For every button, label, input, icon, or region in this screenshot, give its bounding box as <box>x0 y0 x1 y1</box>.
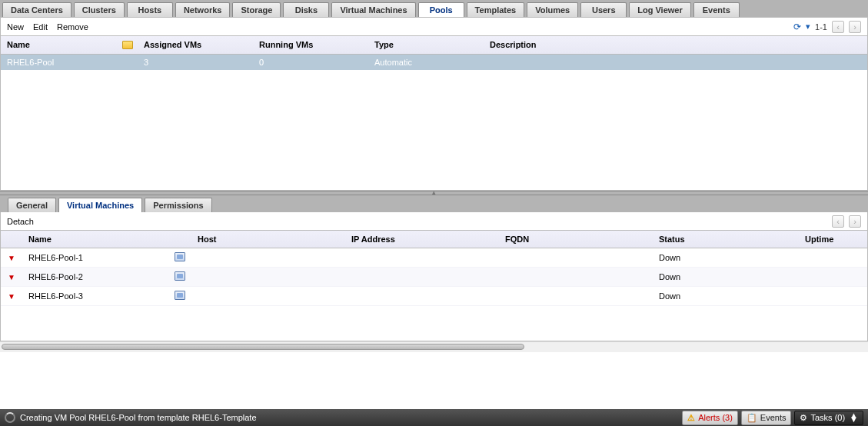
pool-row-icon <box>116 55 138 70</box>
events-button[interactable]: 📋Events <box>741 411 792 425</box>
vm-host <box>191 254 345 261</box>
pool-type: Automatic <box>368 55 484 70</box>
tab-networks[interactable]: Networks <box>175 2 231 17</box>
tab-templates[interactable]: Templates <box>467 2 525 17</box>
vm-col-name[interactable]: Name <box>22 231 168 248</box>
pager-label: 1-1 <box>815 22 827 32</box>
edit-button[interactable]: Edit <box>33 22 48 32</box>
vm-name: RHEL6-Pool-2 <box>22 268 168 285</box>
main-toolbar: New Edit Remove ⟳ ▾ 1-1 ‹ › <box>0 17 868 35</box>
tab-clusters[interactable]: Clusters <box>74 2 125 17</box>
tasks-button[interactable]: ⚙Tasks (0)▲▼ <box>794 411 863 425</box>
tab-hosts[interactable]: Hosts <box>127 2 173 17</box>
alert-icon: ⚠ <box>687 413 695 423</box>
pool-assigned: 3 <box>138 55 253 70</box>
vm-fqdn <box>499 254 653 261</box>
vm-row[interactable]: ▼ RHEL6-Pool-3 Down <box>1 287 867 306</box>
vm-status: Down <box>653 288 799 305</box>
new-button[interactable]: New <box>7 22 24 32</box>
vm-col-fqdn[interactable]: FQDN <box>499 231 653 248</box>
refresh-dropdown-icon[interactable]: ▾ <box>806 22 810 32</box>
tab-log-viewer[interactable]: Log Viewer <box>629 2 690 17</box>
col-type[interactable]: Type <box>368 36 484 54</box>
folder-icon <box>122 41 133 49</box>
vm-host <box>191 273 345 281</box>
horizontal-scrollbar[interactable] <box>0 341 868 352</box>
pool-running: 0 <box>253 55 368 70</box>
alerts-button[interactable]: ⚠Alerts (3) <box>682 411 738 425</box>
alerts-label: Alerts (3) <box>698 413 733 422</box>
subtab-permissions[interactable]: Permissions <box>145 198 211 212</box>
vm-name: RHEL6-Pool-1 <box>22 249 168 266</box>
triangle-down-icon: ▼ <box>8 273 15 281</box>
events-label: Events <box>760 413 787 422</box>
tab-events[interactable]: Events <box>693 2 740 17</box>
vm-icon <box>175 271 185 281</box>
pool-name: RHEL6-Pool <box>1 55 116 70</box>
tab-pools[interactable]: Pools <box>418 2 464 17</box>
pool-row[interactable]: RHEL6-Pool 3 0 Automatic <box>1 55 867 70</box>
subtab-virtual-machines[interactable]: Virtual Machines <box>58 198 142 212</box>
col-desc[interactable]: Description <box>484 36 867 54</box>
scrollbar-thumb[interactable] <box>2 344 524 350</box>
pager-prev-button[interactable]: ‹ <box>832 21 844 33</box>
vm-row[interactable]: ▼ RHEL6-Pool-2 Down <box>1 268 867 287</box>
vm-name: RHEL6-Pool-3 <box>22 288 168 305</box>
vm-grid-body: ▼ RHEL6-Pool-1 Down ▼ RHEL6-Pool-2 Down … <box>1 248 867 341</box>
vm-fqdn <box>499 292 653 300</box>
vm-col-uptime[interactable]: Uptime <box>799 231 867 248</box>
tab-volumes[interactable]: Volumes <box>527 2 578 17</box>
pool-desc <box>484 55 867 70</box>
vm-col-type-icon <box>168 231 191 248</box>
sort-icon: ▲▼ <box>850 414 858 421</box>
col-assigned[interactable]: Assigned VMs <box>138 36 253 54</box>
subtab-general[interactable]: General <box>8 198 56 212</box>
vm-icon <box>175 291 185 300</box>
tab-disks[interactable]: Disks <box>283 2 329 17</box>
vm-row[interactable]: ▼ RHEL6-Pool-1 Down <box>1 248 867 268</box>
detail-pager-prev-button[interactable]: ‹ <box>832 215 844 228</box>
events-icon: 📋 <box>747 413 757 423</box>
main-tab-bar: Data Centers Clusters Hosts Networks Sto… <box>0 0 868 17</box>
detail-pager-next-button[interactable]: › <box>849 215 861 228</box>
status-message: Creating VM Pool RHEL6-Pool from templat… <box>20 413 257 422</box>
vm-grid: Name Host IP Address FQDN Status Uptime … <box>0 231 868 341</box>
detach-button[interactable]: Detach <box>7 217 34 226</box>
detail-toolbar: Detach ‹ › <box>0 212 868 231</box>
tasks-icon: ⚙ <box>800 413 807 423</box>
triangle-down-icon: ▼ <box>8 254 15 262</box>
sub-tab-bar: General Virtual Machines Permissions <box>0 195 868 212</box>
vm-col-ip[interactable]: IP Address <box>345 231 499 248</box>
tab-virtual-machines[interactable]: Virtual Machines <box>331 2 415 17</box>
vm-uptime <box>799 292 867 300</box>
vm-ip <box>345 273 499 281</box>
remove-button[interactable]: Remove <box>57 22 88 32</box>
refresh-icon[interactable]: ⟳ <box>793 22 801 32</box>
vm-icon <box>175 252 185 261</box>
vm-status: Down <box>653 268 799 285</box>
pools-grid: Name Assigned VMs Running VMs Type Descr… <box>0 35 868 191</box>
tab-users[interactable]: Users <box>580 2 627 17</box>
vm-grid-header: Name Host IP Address FQDN Status Uptime <box>1 231 867 248</box>
vm-uptime <box>799 273 867 281</box>
pools-grid-header: Name Assigned VMs Running VMs Type Descr… <box>1 36 867 55</box>
col-icon <box>116 36 138 54</box>
triangle-down-icon: ▼ <box>8 292 15 301</box>
spinner-icon <box>5 412 15 423</box>
vm-col-status[interactable]: Status <box>653 231 799 248</box>
vm-col-host[interactable]: Host <box>191 231 345 248</box>
status-bar: Creating VM Pool RHEL6-Pool from templat… <box>0 409 868 426</box>
vm-fqdn <box>499 273 653 281</box>
pools-grid-body: RHEL6-Pool 3 0 Automatic <box>1 55 867 190</box>
vm-status: Down <box>653 249 799 266</box>
tab-data-centers[interactable]: Data Centers <box>2 2 72 17</box>
vm-ip <box>345 292 499 300</box>
col-running[interactable]: Running VMs <box>253 36 368 54</box>
vm-col-status-icon <box>1 231 22 248</box>
splitter[interactable] <box>0 191 868 195</box>
vm-host <box>191 292 345 300</box>
tasks-label: Tasks (0) <box>810 413 845 422</box>
pager-next-button[interactable]: › <box>849 21 861 33</box>
tab-storage[interactable]: Storage <box>232 2 281 17</box>
col-name[interactable]: Name <box>1 36 116 54</box>
